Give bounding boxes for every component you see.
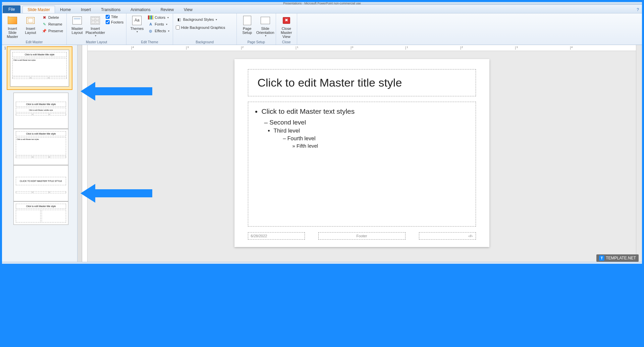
chevron-down-icon: ▾ [166,23,167,26]
slide-viewport[interactable]: Click to edit Master title style Click t… [88,51,636,262]
delete-button[interactable]: ✖Delete [40,14,64,20]
thumb-number: 1 [3,46,6,50]
close-icon: ✖ [281,15,292,26]
thumbnail-pane[interactable]: 1 Click to edit Master title style Click… [2,45,77,262]
workspace: 1 Click to edit Master title style Click… [2,45,642,262]
watermark-logo-icon: T [599,255,604,261]
arrow-head-icon [80,184,95,203]
tab-insert[interactable]: Insert [76,6,96,13]
close-master-view-button[interactable]: ✖ Close Master View [278,14,295,39]
rename-button[interactable]: ✎Rename [40,21,64,27]
themes-button[interactable]: Themes▾ [128,14,145,34]
title-checkbox-label: Title [111,15,118,19]
thumb-master-body: Click to edit Master text styles [12,58,67,76]
insert-layout-button[interactable]: Insert Layout [22,14,39,35]
body-level-5: Fifth level [292,143,468,149]
watermark: T TEMPLATE.NET [596,254,639,262]
tab-transitions[interactable]: Transitions [96,6,125,13]
thumb-layout-4[interactable]: Click to edit Master title style [13,201,68,225]
effects-icon: ◍ [148,28,153,34]
insert-placeholder-label: Insert Placeholder [86,27,105,35]
effects-button[interactable]: ◍Effects▾ [147,28,170,34]
fonts-icon: A [148,21,153,27]
thumb-layout2-body: Click to edit Master text styles [16,137,66,155]
help-icon[interactable]: ? [636,6,640,13]
thumb-layout-1[interactable]: Click to edit Master title style Click t… [13,93,68,129]
master-layout-label: Master Layout [69,27,86,35]
arrow-body-icon [95,87,152,95]
slide-master-icon [7,15,18,26]
preserve-button[interactable]: 📌Preserve [40,28,64,34]
title-checkbox[interactable]: Title [105,14,124,19]
canvas-area: 4 3 2 1 0 1 2 3 4 Click to edit Master t… [88,45,636,262]
chevron-down-icon: ▾ [216,18,217,21]
slide-master-canvas[interactable]: Click to edit Master title style Click t… [234,59,489,247]
date-placeholder[interactable]: 6/28/2022 [248,232,305,240]
group-edit-master: Insert Slide Master Insert Layout ✖Delet… [2,13,67,45]
hide-background-checkbox[interactable]: Hide Background Graphics [175,25,226,30]
title-bar: Presentations - Microsoft PowerPoint non… [2,2,642,5]
horizontal-ruler[interactable]: 4 3 2 1 0 1 2 3 4 [88,45,636,51]
tab-home[interactable]: Home [55,6,76,13]
ruler-tick: 4 [132,46,134,49]
insert-placeholder-button[interactable]: Insert Placeholder▾ [87,14,104,38]
hide-background-label: Hide Background Graphics [181,26,225,30]
footer-placeholder[interactable]: Footer [318,232,406,240]
ruler-tick: 1 [407,46,408,49]
slide-orientation-button[interactable]: Slide Orientation▾ [257,14,274,38]
colors-button[interactable]: Colors▾ [147,14,170,20]
master-layout-button[interactable]: Master Layout [69,14,86,35]
insert-slide-master-button[interactable]: Insert Slide Master [4,14,21,39]
rename-label: Rename [48,22,62,26]
status-bar [2,262,642,264]
footers-checkbox[interactable]: Footers [105,20,124,24]
body-level-3: Third level [274,128,468,134]
group-label-page-setup: Page Setup [239,40,274,45]
group-label-background: Background [175,40,234,45]
vertical-scrollbar[interactable] [636,45,642,262]
vertical-ruler[interactable] [82,45,87,262]
themes-icon [131,15,142,26]
background-styles-label: Background Styles [183,17,214,21]
delete-icon: ✖ [42,15,47,20]
thumb-master-row: 1 Click to edit Master title style Click… [3,46,76,90]
footers-checkbox-label: Footers [111,20,123,24]
page-setup-button[interactable]: Page Setup [239,14,256,35]
tab-animations[interactable]: Animations [125,6,155,13]
insert-layout-label: Insert Layout [22,27,39,35]
colors-icon [148,15,153,20]
background-styles-button[interactable]: ◧Background Styles▾ [175,16,219,22]
group-label-edit-master: Edit Master [4,40,64,45]
slide-number-placeholder[interactable]: ‹#› [419,232,476,240]
fonts-label: Fonts [155,22,164,26]
thumb-slide-master[interactable]: Click to edit Master title style Click t… [7,46,72,90]
title-placeholder[interactable]: Click to edit Master title style [248,69,476,96]
vertical-ruler-area [77,45,88,262]
slide-orientation-label: Slide Orientation [256,27,274,35]
thumb-layout2-footer [16,156,66,158]
tab-file[interactable]: File [3,5,20,13]
app-window: Presentations - Microsoft PowerPoint non… [2,2,642,264]
thumb-master-footer [12,77,67,79]
thumb-pane-scrollbar[interactable] [77,45,82,262]
body-placeholder[interactable]: Click to edit Master text styles Second … [248,102,476,227]
tab-view[interactable]: View [179,6,198,13]
ruler-tick: 3 [516,46,518,49]
rename-icon: ✎ [42,21,47,27]
orientation-icon [260,15,271,26]
watermark-text: TEMPLATE.NET [606,256,636,260]
tab-slide-master[interactable]: Slide Master [22,6,55,13]
chevron-down-icon: ▾ [95,35,96,38]
thumb-master-title: Click to edit Master title style [12,52,67,57]
group-label-close: Close [278,40,295,45]
thumb-layout3-footer [16,191,66,193]
tab-review[interactable]: Review [156,6,179,13]
thumb-layout4-left [16,210,41,222]
chevron-down-icon: ▾ [167,16,169,19]
fonts-button[interactable]: AFonts▾ [147,21,170,27]
group-background: ◧Background Styles▾ Hide Background Grap… [173,13,237,45]
footer-row: 6/28/2022 Footer ‹#› [248,232,476,240]
colors-label: Colors [155,15,165,19]
thumb-layout-3[interactable]: CLICK TO EDIT MASTER TITLE STYLE [13,165,68,201]
thumb-layout-2[interactable]: Click to edit Master title style Click t… [13,129,68,165]
